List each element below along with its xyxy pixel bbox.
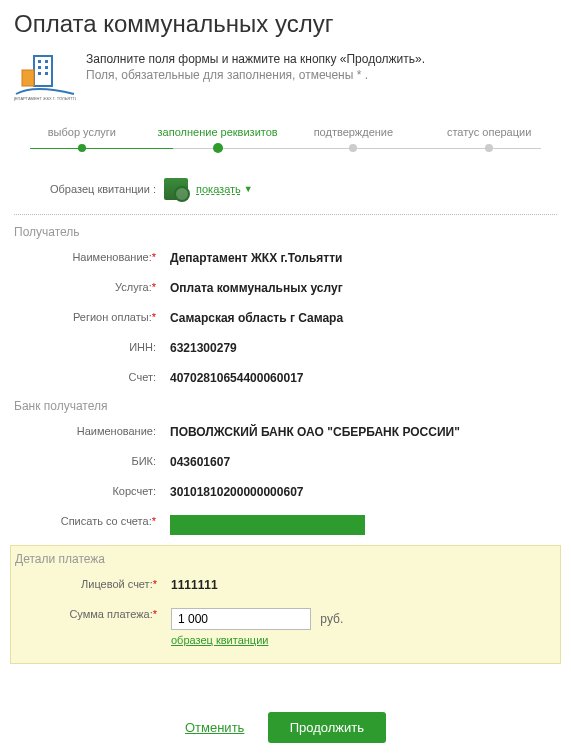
region-value: Самарская область г Самара	[164, 311, 557, 325]
step-fill-details: заполнение реквизитов	[150, 126, 286, 138]
details-section-title: Детали платежа	[11, 546, 560, 570]
service-row: Услуга:* Оплата коммунальных услуг	[0, 273, 571, 303]
step-confirm: подтверждение	[286, 126, 422, 138]
sample-label: Образец квитанции :	[14, 183, 164, 195]
bank-name-value: ПОВОЛЖСКИЙ БАНК ОАО "СБЕРБАНК РОССИИ"	[164, 425, 557, 439]
svg-rect-6	[45, 72, 48, 75]
amount-input[interactable]	[171, 608, 311, 630]
personal-account-row: Лицевой счет:* 1111111	[11, 570, 560, 600]
header-row: ДЕПАРТАМЕНТ ЖКХ Г. ТОЛЬЯТТИ Заполните по…	[0, 50, 571, 116]
recipient-name-label: Наименование:	[72, 251, 151, 263]
bank-name-label: Наименование:	[14, 425, 164, 437]
sample-receipt-row: Образец квитанции : показать ▼	[0, 160, 571, 210]
debit-account-row: Списать со счета:*	[0, 507, 571, 543]
instruction-text: Заполните поля формы и нажмите на кнопку…	[86, 52, 425, 66]
svg-rect-5	[38, 72, 41, 75]
debit-label: Списать со счета:	[61, 515, 152, 527]
continue-button[interactable]: Продолжить	[268, 712, 386, 743]
actions-row: Отменить Продолжить	[0, 672, 571, 753]
page-title: Оплата коммунальных услуг	[0, 0, 571, 50]
receipt-icon	[164, 178, 188, 200]
kor-row: Корсчет: 30101810200000000607	[0, 477, 571, 507]
svg-rect-2	[45, 60, 48, 63]
bank-section-title: Банк получателя	[0, 393, 571, 417]
currency-label: руб.	[320, 612, 343, 626]
bank-name-row: Наименование: ПОВОЛЖСКИЙ БАНК ОАО "СБЕРБ…	[0, 417, 571, 447]
bik-value: 043601607	[164, 455, 557, 469]
debit-account-select[interactable]	[170, 515, 365, 535]
inn-label: ИНН:	[14, 341, 164, 353]
account-label: Счет:	[14, 371, 164, 383]
stepper: выбор услуги заполнение реквизитов подтв…	[0, 116, 571, 160]
kor-label: Корсчет:	[14, 485, 164, 497]
separator	[14, 214, 557, 215]
sample-receipt-link[interactable]: образец квитанции	[171, 634, 268, 646]
recipient-name-row: Наименование:* Департамент ЖКХ г.Тольятт…	[0, 243, 571, 273]
svg-rect-7	[22, 70, 34, 86]
amount-row: Сумма платежа:* руб. образец квитанции	[11, 600, 560, 655]
svg-rect-3	[38, 66, 41, 69]
region-label: Регион оплаты:	[73, 311, 152, 323]
account-row: Счет: 40702810654400060017	[0, 363, 571, 393]
service-label: Услуга:	[115, 281, 152, 293]
step-select-service: выбор услуги	[14, 126, 150, 138]
bik-row: БИК: 043601607	[0, 447, 571, 477]
inn-value: 6321300279	[164, 341, 557, 355]
bik-label: БИК:	[14, 455, 164, 467]
department-logo-icon: ДЕПАРТАМЕНТ ЖКХ Г. ТОЛЬЯТТИ	[14, 50, 76, 102]
payment-details-block: Детали платежа Лицевой счет:* 1111111 Су…	[10, 545, 561, 664]
recipient-section-title: Получатель	[0, 219, 571, 243]
step-status: статус операции	[421, 126, 557, 138]
chevron-down-icon: ▼	[244, 184, 253, 194]
inn-row: ИНН: 6321300279	[0, 333, 571, 363]
show-sample-link[interactable]: показать	[196, 183, 241, 195]
recipient-name-value: Департамент ЖКХ г.Тольятти	[164, 251, 557, 265]
account-value: 40702810654400060017	[164, 371, 557, 385]
cancel-button[interactable]: Отменить	[185, 720, 244, 735]
service-value: Оплата коммунальных услуг	[164, 281, 557, 295]
svg-rect-1	[38, 60, 41, 63]
region-row: Регион оплаты:* Самарская область г Сама…	[0, 303, 571, 333]
required-note: Поля, обязательные для заполнения, отмеч…	[86, 68, 425, 82]
svg-rect-0	[34, 56, 52, 86]
svg-text:ДЕПАРТАМЕНТ ЖКХ Г. ТОЛЬЯТТИ: ДЕПАРТАМЕНТ ЖКХ Г. ТОЛЬЯТТИ	[14, 96, 76, 101]
kor-value: 30101810200000000607	[164, 485, 557, 499]
svg-rect-4	[45, 66, 48, 69]
amount-label: Сумма платежа:	[69, 608, 152, 620]
personal-account-value: 1111111	[165, 578, 556, 592]
personal-account-label: Лицевой счет:	[81, 578, 153, 590]
